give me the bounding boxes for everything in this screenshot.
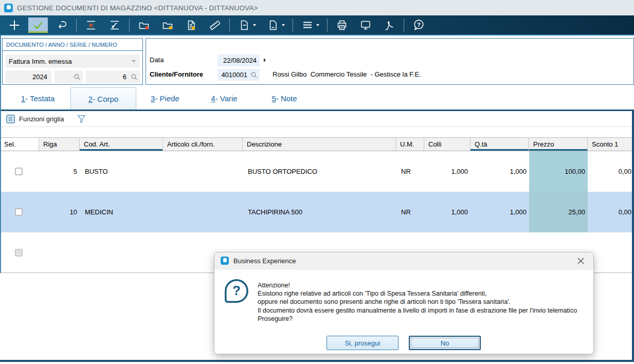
cell-sconto[interactable]: 0,00 [588, 192, 634, 232]
help-button[interactable]: ? [407, 16, 430, 33]
dialog-yes-button[interactable]: Si, prosegui [327, 336, 398, 350]
tab-number: 5 [271, 94, 276, 103]
main-toolbar: ? [0, 15, 634, 35]
tab-piede[interactable]: 3 - Piede [136, 87, 194, 110]
document-type-value: Fattura Imm. emessa [9, 58, 132, 65]
serie-field[interactable] [55, 70, 83, 83]
left-border-line [0, 35, 1, 273]
customer-name: Rossi Gilbo Commercio Tessile - Gestisce… [273, 70, 421, 79]
cell-um[interactable]: NR [396, 151, 424, 192]
app-window: GESTIONE DOCUMENTI DI MAGAZZINO <DITTANU… [0, 0, 634, 364]
options-menu-button[interactable] [296, 16, 324, 33]
cell-sconto[interactable]: 0,00 [588, 151, 634, 192]
column-header-riga[interactable]: Riga [39, 138, 80, 151]
column-header-um[interactable]: U.M. [396, 138, 424, 151]
insert-row-button[interactable] [103, 16, 126, 33]
table-row[interactable]: 5 BUSTO BUSTO ORTOPEDICO NR 1,000 1,000 … [0, 151, 634, 192]
export-document-button[interactable] [232, 16, 261, 33]
dialog-close-button[interactable] [573, 254, 588, 267]
filter-funnel-icon[interactable] [77, 115, 86, 123]
numero-value: 6 [86, 73, 131, 81]
column-header-articolo[interactable]: Articolo cli./forn. [163, 138, 243, 151]
toolbar-separator [229, 19, 230, 32]
cell-um[interactable]: NR [396, 192, 424, 232]
tab-label: - Varie [215, 94, 238, 103]
row-checkbox[interactable] [15, 168, 23, 175]
tab-note[interactable]: 5 - Note [256, 87, 313, 110]
search-icon[interactable] [131, 74, 138, 81]
open-document-button[interactable] [132, 16, 156, 33]
cell-colli[interactable]: 1,000 [424, 151, 470, 192]
window-titlebar: GESTIONE DOCUMENTI DI MAGAZZINO <DITTANU… [0, 0, 634, 15]
question-icon: ? [224, 278, 249, 304]
cell-qta[interactable]: 1,000 [470, 192, 529, 232]
date-field[interactable]: 22/08/2024 [218, 54, 260, 66]
client-label: Cliente/Fornitore [150, 70, 203, 78]
svg-text:?: ? [417, 22, 421, 28]
column-header-cod-art[interactable]: Cod. Art. [80, 138, 163, 151]
tab-varie[interactable]: 4- Varie [195, 87, 253, 110]
tab-testata[interactable]: 1 - Testata [5, 87, 70, 110]
cell-cod-art[interactable]: BUSTO [80, 151, 163, 192]
cell-colli[interactable]: 1,000 [424, 192, 470, 232]
cell-articolo[interactable] [163, 151, 243, 192]
row-checkbox[interactable] [15, 208, 23, 216]
undo-button[interactable] [50, 16, 74, 33]
column-header-colli[interactable]: Colli [424, 138, 470, 151]
delete-row-button[interactable] [79, 16, 103, 33]
table-row-selected[interactable]: 10 MEDICIN TACHIPIRINA 500 NR 1,000 1,00… [0, 192, 634, 232]
export-document-2-button[interactable] [261, 16, 290, 33]
cell-qta[interactable]: 1,000 [470, 151, 529, 192]
folder-yellow-dot-icon [161, 19, 174, 31]
close-icon [577, 258, 584, 264]
column-header-descrizione[interactable]: Descrizione [243, 138, 396, 151]
confirm-highlight [28, 17, 48, 33]
cell-prezzo[interactable]: 25,00 [529, 192, 588, 232]
cell-riga[interactable]: 5 [39, 151, 80, 192]
right-border-line [632, 110, 634, 362]
print-preview-button[interactable] [354, 16, 377, 33]
cell-descrizione[interactable]: TACHIPIRINA 500 [243, 192, 396, 232]
confirm-button[interactable] [26, 16, 50, 33]
cell-articolo[interactable] [163, 192, 243, 232]
printer-icon [336, 19, 348, 31]
grid-list-icon [6, 115, 15, 123]
dialog-title: Business Experience [233, 257, 296, 265]
print-button[interactable] [330, 16, 354, 33]
measure-button[interactable] [203, 16, 227, 33]
cell-prezzo[interactable]: 100,00 [529, 151, 588, 192]
pdf-icon [383, 19, 395, 31]
anno-value: 2024 [6, 73, 51, 81]
open-document-2-button[interactable] [156, 16, 179, 33]
cell-riga[interactable]: 10 [39, 192, 80, 232]
pdf-export-button[interactable] [377, 16, 401, 33]
search-icon[interactable] [74, 74, 81, 81]
date-next-arrow-icon[interactable] [263, 58, 266, 63]
data-label: Data [150, 56, 164, 64]
column-header-qta[interactable]: Q.tà [470, 138, 529, 151]
undo-icon [56, 19, 68, 31]
document-list-button[interactable] [179, 16, 203, 33]
toolbar-separator [404, 19, 404, 32]
column-header-sconto[interactable]: Sconto 1 [588, 138, 634, 151]
client-code-field[interactable]: 4010001 [218, 69, 260, 81]
grid-functions-label: Funzioni griglia [19, 115, 64, 123]
grid-header-row: Sel. Riga Cod. Art. Articolo cli./forn. … [0, 137, 634, 151]
document-type-select[interactable]: Fattura Imm. emessa [6, 54, 140, 68]
add-button[interactable] [3, 16, 26, 33]
dialog-titlebar: Business Experience [214, 252, 593, 269]
monitor-icon [359, 19, 372, 31]
numero-field[interactable]: 6 [86, 70, 140, 83]
anno-field[interactable]: 2024 [6, 70, 51, 83]
column-header-prezzo[interactable]: Prezzo [529, 138, 588, 151]
search-icon[interactable] [250, 71, 258, 79]
tab-corpo[interactable]: 2 - Corpo [70, 87, 136, 110]
dialog-no-button[interactable]: No [409, 336, 481, 350]
cell-cod-art[interactable]: MEDICIN [80, 192, 163, 232]
document-minus-bottom-icon [267, 19, 279, 31]
column-header-sel[interactable]: Sel. [0, 138, 39, 151]
tab-number: 2 [88, 95, 93, 103]
grid-functions-button[interactable]: Funzioni griglia [6, 115, 64, 123]
document-minus-icon [238, 19, 250, 31]
cell-descrizione[interactable]: BUSTO ORTOPEDICO [243, 151, 396, 192]
